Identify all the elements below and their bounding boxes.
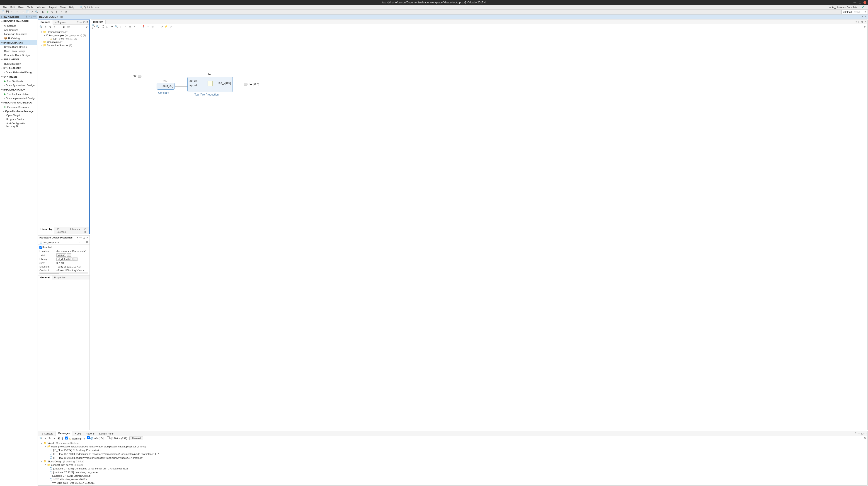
diag-max-icon[interactable]: ▢ <box>858 21 860 23</box>
new-icon[interactable]: 📄 <box>1 10 5 14</box>
sigma-icon[interactable]: Σ <box>55 10 59 14</box>
msg-filter-icon[interactable]: ▼ <box>53 437 55 440</box>
msg-line-7[interactable]: ⓘ ****** Xilinx hw_server v2017.4 <box>39 477 866 481</box>
nav-gen-bitstream[interactable]: ⊪ Generate Bitstream <box>0 105 37 109</box>
msg-gear-icon[interactable]: ⚙ <box>864 437 866 440</box>
show-all-button[interactable]: Show All <box>129 436 143 440</box>
nav-synthesis[interactable]: ▾SYNTHESIS <box>0 75 37 79</box>
zoom-sel-icon[interactable]: ⬚ <box>105 25 109 28</box>
filter-info[interactable]: ⓘ Info (164) <box>87 436 104 440</box>
msg-vivado-cmds[interactable]: ▾📁 Vivado Commands (3 infos) <box>39 441 866 445</box>
msg-group-icon[interactable]: ▣ <box>58 437 60 440</box>
nav-add-sources[interactable]: Add Sources <box>0 28 37 32</box>
src-dot-icon[interactable]: ●0 <box>66 25 70 29</box>
nav-open-impl[interactable]: › Open Implemented Design <box>0 96 37 100</box>
cancel-icon[interactable]: ✕ <box>59 10 63 14</box>
enabled-check[interactable] <box>39 246 42 249</box>
con-min-icon[interactable]: — <box>858 432 860 435</box>
tree-top-i[interactable]: ›▲ top_i : top (top.bd) (1) <box>39 37 88 40</box>
msg-open-project[interactable]: ▾📁 open_project /home/carson/Documents/v… <box>39 445 866 448</box>
tab-reports[interactable]: Reports <box>84 432 97 436</box>
generate-icon[interactable]: ⊪ <box>46 10 50 14</box>
layout-select[interactable]: ≡ Default Layout ▾ <box>841 10 867 14</box>
blk-top[interactable]: ap_clk ap_rst led_V[0:0] <box>187 77 233 92</box>
fit-icon[interactable]: ⛶ <box>101 25 104 28</box>
msg-search-icon[interactable]: 🔍 <box>39 437 42 440</box>
src-search-icon[interactable]: 🔍 <box>39 25 43 29</box>
msg-line-4[interactable]: ⓘ [Labtools 27-2285] Connecting to hw_se… <box>39 466 866 470</box>
close-icon[interactable] <box>864 1 866 4</box>
src-min-icon[interactable]: — <box>80 21 82 24</box>
type-combo[interactable]: Verilog <box>56 253 66 257</box>
minimize-icon[interactable]: — <box>854 1 856 4</box>
type-browse[interactable]: … <box>67 253 71 257</box>
nav-run-sim[interactable]: Run Simulation <box>0 62 37 66</box>
drc-icon[interactable]: ☑ <box>151 25 154 28</box>
con-help-icon[interactable]: ? <box>855 432 857 435</box>
nav-rtl[interactable]: ▾RTL ANALYSIS <box>0 66 37 70</box>
src-collapse-icon[interactable]: ≡ <box>44 25 48 29</box>
nav-open-bd[interactable]: Open Block Design <box>0 49 37 53</box>
msg-expand-icon[interactable]: ⇅ <box>49 437 51 440</box>
nav-program-device[interactable]: Program Device <box>0 117 37 121</box>
filter-status[interactable]: ⓘ Status (231) <box>107 436 127 440</box>
ptab-properties[interactable]: Properties <box>52 276 68 280</box>
msg-connect-hw[interactable]: ▾📁 connect_hw_server (3 infos) <box>39 463 866 466</box>
msg-block-design[interactable]: ›📁 Block Design (1 warning, 7 infos) <box>39 460 866 463</box>
btab-hierarchy[interactable]: Hierarchy <box>38 227 54 234</box>
props-min-icon[interactable]: — <box>79 236 82 239</box>
copy-icon[interactable]: 📋 <box>21 10 25 14</box>
tab-sources[interactable]: Sources <box>38 20 53 25</box>
diagram-canvas[interactable]: clk rst dout[0:0] Constant led <box>91 29 867 430</box>
search-diag-icon[interactable]: 🔍 <box>115 25 118 28</box>
nav-project-manager[interactable]: ▾PROJECT MANAGER <box>0 19 37 24</box>
nav-open-elab[interactable]: › Open Elaborated Design <box>0 70 37 75</box>
menu-layout[interactable]: Layout <box>48 6 59 9</box>
src-group-icon[interactable]: ▣ <box>62 25 65 29</box>
src-add-icon[interactable]: + <box>53 25 56 29</box>
regen-icon[interactable]: ⟳ <box>160 25 163 28</box>
ext-port-clk[interactable]: clk <box>133 75 142 78</box>
redo-icon[interactable]: ↷ <box>14 10 19 14</box>
tab-messages[interactable]: Messages <box>56 431 72 436</box>
props-help-icon[interactable]: ? <box>76 236 78 239</box>
search-icon[interactable]: 🔍 <box>35 10 39 14</box>
pin-icon[interactable]: 📍 <box>142 25 145 28</box>
menu-file[interactable]: File <box>1 6 9 9</box>
menu-edit[interactable]: Edit <box>9 6 17 9</box>
settings-icon[interactable]: ⚙ <box>50 10 54 14</box>
nav-add-cfg-mem[interactable]: Add Configuration Memory De <box>0 121 37 128</box>
save-icon[interactable]: 💾 <box>5 10 9 14</box>
menu-help[interactable]: Help <box>67 6 76 9</box>
nav-open-hw[interactable]: ▾ Open Hardware Manager <box>0 109 37 113</box>
props-max-icon[interactable]: ▢ <box>83 236 85 239</box>
btab-compile[interactable]: C ≡ <box>82 227 89 234</box>
zoom-in-icon[interactable]: 🔍+ <box>92 25 95 28</box>
select-icon[interactable]: ✥ <box>110 25 114 28</box>
delete-icon[interactable]: ✕ <box>30 10 34 14</box>
nav-simulation[interactable]: ▾SIMULATION <box>0 57 37 62</box>
msg-collapse-icon[interactable]: ≡ <box>45 437 46 440</box>
run-icon[interactable]: ▶ <box>41 10 45 14</box>
nav-lang-templates[interactable]: Language Templates <box>0 32 37 36</box>
nav-collapse-icon[interactable]: — <box>33 15 36 18</box>
menu-window[interactable]: Window <box>35 6 48 9</box>
nav-ip-catalog[interactable]: 📦 IP Catalog <box>0 36 37 40</box>
msg-line-3[interactable]: ⓘ [IP_Flow 19-2313] Loaded Vivado IP rep… <box>39 456 866 460</box>
diag-float-icon[interactable]: ⧉ <box>861 21 863 23</box>
nav-open-synth[interactable]: › Open Synthesized Design <box>0 83 37 87</box>
msg-line-2[interactable]: ⓘ [IP_Flow 19-1700] Loaded user IP repos… <box>39 452 866 456</box>
tab-design-runs[interactable]: Design Runs <box>97 432 116 436</box>
tab-signals[interactable]: × Signals <box>53 20 68 24</box>
lib-combo[interactable]: xil_defaultlib <box>56 258 72 261</box>
btab-ip-sources[interactable]: IP Sources <box>54 227 68 234</box>
diag-gear-icon[interactable]: ⚙ <box>863 25 866 28</box>
nav-create-bd[interactable]: Create Block Design <box>0 45 37 49</box>
nav-settings[interactable]: ⚙ Settings <box>0 24 37 28</box>
ext-port-led[interactable]: led[0:0] <box>244 83 259 86</box>
paste-icon[interactable]: 📄 <box>26 10 30 14</box>
nav-run-impl[interactable]: ▶ Run Implementation <box>0 92 37 96</box>
quick-access[interactable]: 🔍 <box>78 6 113 9</box>
nav-pin-icon[interactable]: ⇅ <box>26 15 28 18</box>
diag-help-icon[interactable]: ? <box>856 21 857 23</box>
